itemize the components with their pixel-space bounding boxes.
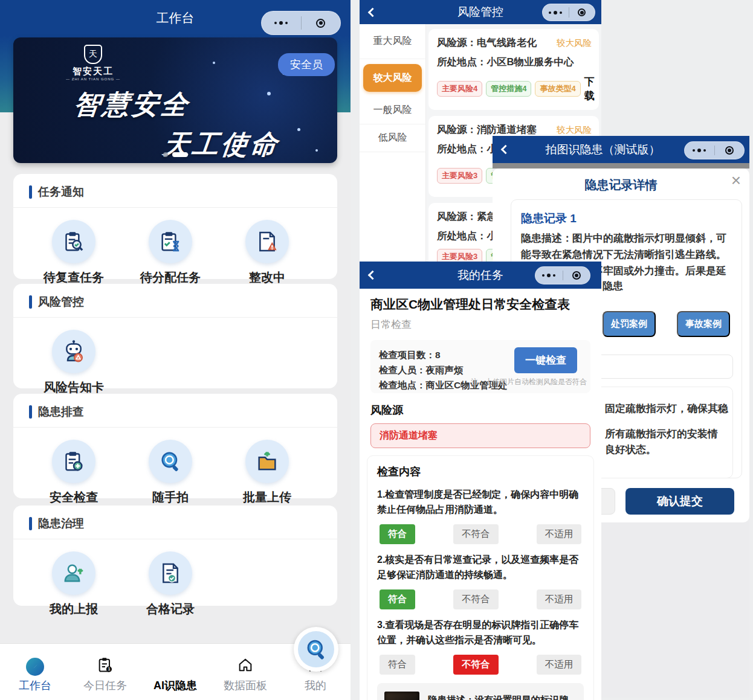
tab-today-tasks[interactable]: 1 今日任务 [70, 644, 140, 700]
entry-label: 整改中 [249, 269, 285, 286]
option-na[interactable]: 不适用 [537, 589, 582, 609]
magnifier-icon [149, 440, 192, 483]
hazard-detail-subcard: 隐患描述：没有设置明显的标识牌... 整改建议：设立清晰可见的标识牌... 具体… [377, 683, 584, 700]
svg-text:1: 1 [108, 667, 111, 671]
entry-rectifying[interactable]: 整改中 [219, 220, 315, 286]
tab-workbench[interactable]: 工作台 [0, 644, 70, 700]
risk-source: 风险源：消防通道堵塞 [437, 123, 537, 136]
entry-label: 我的上报 [50, 601, 98, 617]
exit-target-icon[interactable] [302, 11, 341, 34]
option-na[interactable]: 不适用 [537, 655, 582, 675]
doc-check-icon [149, 551, 192, 595]
entry-label: 合格记录 [146, 601, 195, 617]
tab-label: 今日任务 [83, 678, 127, 693]
sidebar-item-larger[interactable]: 较大风险 [363, 64, 422, 92]
folder-upload-icon [245, 440, 289, 483]
option-pass[interactable]: 符合 [380, 589, 415, 609]
more-icon[interactable] [685, 142, 714, 159]
entry-safety-check[interactable]: 安全检查 [25, 440, 122, 506]
sidebar-item-low[interactable]: 低风险 [360, 124, 425, 152]
hero-banner[interactable]: 天 智安天工 — ZHI AN TIAN GONG — 安全员 智慧安全 天工使… [13, 37, 337, 163]
carousel-dot-active[interactable] [172, 152, 188, 157]
entry-quick-photo[interactable]: 随手拍 [122, 440, 219, 506]
entry-passed-records[interactable]: 合格记录 [122, 551, 219, 617]
option-fail[interactable]: 不符合 [453, 655, 499, 675]
section-header: 隐患治理 [13, 506, 337, 539]
check-item-text: 3.查看现场是否存在明显的标识牌指引正确停车位置，并确认这些指示是否清晰可见。 [377, 617, 584, 647]
tag-control-measures[interactable]: 管控措施4 [486, 81, 531, 97]
section-bar-icon [29, 185, 32, 199]
clipboard-badge-icon: 1 [97, 657, 114, 676]
tab-ai-hazard[interactable]: AI识隐患 [140, 644, 210, 700]
entry-risk-card[interactable]: 风险告知卡 [25, 330, 122, 396]
tag-main-risk[interactable]: 主要风险4 [437, 81, 482, 97]
confirm-submit-button[interactable]: 确认提交 [625, 488, 734, 515]
hazard-description: 隐患描述：没有设置明显的标识牌... [428, 692, 576, 700]
home-icon [237, 657, 254, 676]
modal-title: 隐患记录详情 [493, 177, 749, 193]
option-na[interactable]: 不适用 [537, 524, 582, 544]
role-badge[interactable]: 安全员 [278, 53, 335, 76]
check-item-text: 1.检查管理制度是否已经制定，确保内容中明确禁止任何物品占用消防通道。 [377, 487, 584, 517]
option-fail[interactable]: 不符合 [453, 589, 499, 609]
exit-target-icon[interactable] [569, 4, 595, 21]
section-risk-control: 风险管控 风险告知卡 [13, 284, 337, 388]
carousel-dot[interactable] [163, 152, 168, 157]
more-icon[interactable] [543, 4, 569, 21]
sidebar-item-general[interactable]: 一般风险 [360, 97, 425, 124]
page-title: 拍图识隐患（测试版） [546, 142, 661, 158]
check-content-card: 检查内容 1.检查管理制度是否已经制定，确保内容中明确禁止任何物品占用消防通道。… [367, 455, 594, 700]
section-hazard-check: 隐患排查 安全检查 随手拍 [13, 394, 337, 498]
back-icon[interactable] [368, 7, 378, 17]
sidebar-item-major[interactable]: 重大风险 [360, 24, 425, 59]
section-bar-icon [29, 517, 32, 530]
tab-label: 我的 [305, 678, 326, 693]
app-logo: 天 智安天工 — ZHI AN TIAN GONG — [57, 45, 129, 81]
compass-icon [26, 658, 44, 676]
exit-target-icon[interactable] [563, 267, 590, 284]
suggestion-line: 固定疏散指示灯，确保其稳 [605, 402, 728, 416]
section-header: 隐患排查 [13, 394, 337, 428]
dimmed-strip [493, 163, 749, 169]
risk-location: 所处地点：小区B物业服务中心 [437, 56, 592, 69]
tab-dashboard[interactable]: 数据面板 [210, 644, 280, 700]
entry-review-tasks[interactable]: 待复查任务 [25, 220, 122, 286]
ai-magnifier-icon[interactable] [294, 627, 338, 672]
option-pass[interactable]: 符合 [380, 655, 415, 675]
risk-source-label: 风险源 [370, 403, 590, 417]
exit-target-icon[interactable] [715, 142, 745, 159]
check-item-text: 2.核实是否有日常巡查记录，以及巡查频率是否足够保证消防通道的持续畅通。 [377, 552, 584, 582]
close-icon[interactable]: × [731, 172, 741, 189]
entry-label: 随手拍 [152, 489, 189, 506]
page-title: 我的任务 [457, 268, 503, 283]
option-fail[interactable]: 不符合 [453, 524, 499, 544]
clipboard-hourglass-icon [149, 220, 192, 263]
more-icon[interactable] [535, 267, 563, 284]
check-content-label: 检查内容 [377, 464, 584, 479]
back-icon[interactable] [368, 271, 378, 280]
miniprogram-capsule [684, 141, 745, 159]
risk-source: 风险源：电气线路老化 [437, 36, 537, 50]
section-title: 隐患治理 [38, 516, 84, 531]
more-icon[interactable] [262, 11, 301, 34]
tag-accident-type[interactable]: 事故类型4 [535, 81, 580, 97]
hazard-photo-thumbnail[interactable] [384, 692, 419, 700]
page-title: 工作台 [157, 10, 195, 27]
entry-my-reports[interactable]: 我的上报 [25, 551, 122, 617]
one-click-check-button[interactable]: 一键检查 [514, 347, 577, 373]
entry-assign-tasks[interactable]: 待分配任务 [122, 220, 219, 286]
tag-main-risk[interactable]: 主要风险3 [437, 168, 482, 184]
options-row: 符合 不符合 不适用 [377, 524, 584, 544]
risk-source-box[interactable]: 消防通道堵塞 [370, 423, 590, 448]
section-bar-icon [29, 405, 32, 419]
suggestion-line: 所有疏散指示灯的安装情 [605, 427, 718, 441]
options-row: 符合 不符合 不适用 [377, 589, 584, 609]
accident-case-button[interactable]: 事故案例 [677, 311, 730, 337]
option-pass[interactable]: 符合 [380, 524, 415, 544]
download-link[interactable]: 下载 [584, 75, 595, 103]
risk-card: 风险源：电气线路老化 较大风险 所处地点：小区B物业服务中心 主要风险4 管控措… [428, 29, 599, 110]
back-icon[interactable] [501, 145, 511, 155]
entry-batch-upload[interactable]: 批量上传 [219, 440, 315, 506]
penalty-case-button[interactable]: 处罚案例 [603, 311, 656, 337]
banner-slogan-line1: 智慧安全 [72, 87, 192, 123]
